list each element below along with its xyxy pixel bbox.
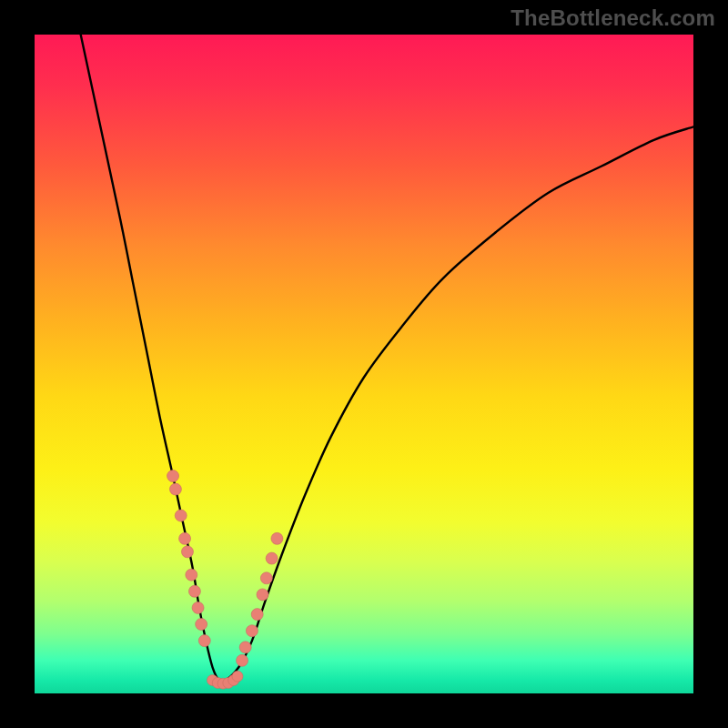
data-marker bbox=[179, 532, 191, 544]
data-marker bbox=[175, 510, 187, 521]
plot-area bbox=[35, 35, 693, 693]
data-marker bbox=[196, 618, 207, 630]
chart-svg bbox=[35, 35, 693, 693]
data-marker bbox=[246, 625, 258, 637]
data-marker bbox=[181, 546, 193, 558]
data-marker bbox=[192, 602, 204, 613]
data-marker bbox=[188, 585, 200, 597]
right-marker-cluster bbox=[237, 532, 283, 666]
bottom-marker-cluster bbox=[207, 671, 243, 689]
data-marker bbox=[169, 483, 181, 495]
watermark-text: TheBottleneck.com bbox=[511, 5, 715, 31]
chart-frame: TheBottleneck.com bbox=[0, 0, 728, 728]
left-marker-cluster bbox=[167, 470, 211, 647]
data-marker bbox=[257, 589, 268, 601]
data-marker bbox=[237, 654, 248, 666]
data-marker bbox=[266, 552, 278, 564]
data-marker bbox=[186, 569, 197, 581]
bottleneck-curve bbox=[81, 35, 693, 682]
data-marker bbox=[198, 635, 210, 647]
data-marker bbox=[239, 642, 251, 653]
data-marker bbox=[271, 532, 283, 544]
data-marker bbox=[260, 572, 272, 584]
data-marker bbox=[167, 470, 179, 482]
data-marker bbox=[251, 609, 263, 621]
data-marker bbox=[232, 671, 243, 682]
